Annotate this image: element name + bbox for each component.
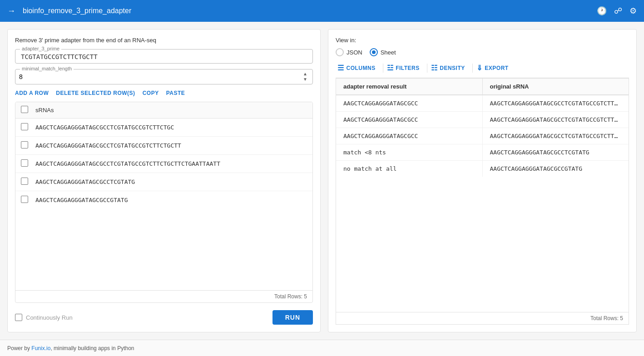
result-cell-col2-3: AAGCTCAGGAGGGATAGCGCCTCGTATG bbox=[483, 144, 629, 160]
json-radio-circle[interactable] bbox=[336, 48, 344, 56]
sheet-option[interactable]: Sheet bbox=[370, 48, 396, 56]
add-row-button[interactable]: ADD A ROW bbox=[15, 90, 49, 96]
density-icon: ☷ bbox=[431, 64, 438, 72]
header-checkbox[interactable] bbox=[21, 106, 28, 113]
filters-label: FILTERS bbox=[396, 65, 420, 71]
row-value-4: AAGCTCAGGAGGGATAGCGCCGTATG bbox=[35, 197, 128, 203]
json-radio-label: JSON bbox=[347, 49, 362, 56]
row-checkbox-col bbox=[21, 178, 35, 186]
adapter-field-label: adapter_3_prime bbox=[20, 46, 61, 51]
paste-button[interactable]: PASTE bbox=[166, 90, 185, 96]
row-checkbox-2[interactable] bbox=[21, 159, 28, 167]
result-table-footer: Total Rows: 5 bbox=[336, 312, 629, 324]
toolbar-divider-3 bbox=[472, 64, 473, 73]
main-layout: Remove 3' prime adapter from the end of … bbox=[0, 22, 644, 340]
result-table-row: AAGCTCAGGAGGGATAGCGCC AAGCTCAGGAGGGATAGC… bbox=[336, 112, 629, 128]
panel-description: Remove 3' prime adapter from the end of … bbox=[15, 37, 313, 44]
copy-button[interactable]: COPY bbox=[143, 90, 159, 96]
result-table: adapter removal result original sRNA AAG… bbox=[336, 78, 629, 325]
result-table-row: no match at all AAGCTCAGGAGGGATAGCGCCGTA… bbox=[336, 161, 629, 177]
result-cell-col2-1: AAGCTCAGGAGGGATAGCGCCTCGTATGCCGTCTTCTGCT… bbox=[483, 112, 629, 128]
continuously-run-checkbox[interactable] bbox=[15, 314, 22, 321]
footer-text: Power by Funix.io, minimally building ap… bbox=[7, 345, 134, 351]
continuously-run: Continuously Run bbox=[15, 314, 73, 321]
continuously-run-label: Continuously Run bbox=[26, 314, 73, 321]
row-checkbox-col bbox=[21, 123, 35, 132]
sheet-radio-circle[interactable] bbox=[370, 48, 378, 56]
row-value-3: AAGCTCAGGAGGGATAGCGCCTCGTATG bbox=[35, 178, 135, 185]
result-cell-col2-4: AAGCTCAGGAGGGATAGCGCCGTATG bbox=[483, 161, 629, 177]
run-button[interactable]: RUN bbox=[272, 310, 313, 325]
adapter-field-group: adapter_3_prime bbox=[15, 49, 313, 64]
view-toggle: JSON Sheet bbox=[336, 48, 629, 56]
row-value-0: AAGCTCAGGAGGGATAGCGCCTCGTATGCCGTCTTCTGC bbox=[35, 124, 174, 131]
run-section: Continuously Run RUN bbox=[15, 308, 313, 325]
view-label: View in: bbox=[336, 37, 629, 44]
funix-link[interactable]: Funix.io bbox=[31, 345, 50, 351]
result-cell-col1-3: match <8 nts bbox=[336, 144, 483, 160]
result-toolbar: ☰ COLUMNS ☳ FILTERS ☷ DENSITY ⇓ EXPORT bbox=[336, 62, 629, 78]
row-checkbox-3[interactable] bbox=[21, 178, 28, 185]
result-table-row: AAGCTCAGGAGGGATAGCGCC AAGCTCAGGAGGGATAGC… bbox=[336, 95, 629, 112]
density-button[interactable]: ☷ DENSITY bbox=[429, 62, 471, 74]
columns-button[interactable]: ☰ COLUMNS bbox=[336, 62, 381, 74]
result-cell-col2-0: AAGCTCAGGAGGGATAGCGCCTCGTATGCCGTCTTCTGC bbox=[483, 95, 629, 111]
min-match-input[interactable] bbox=[19, 73, 302, 80]
min-match-label: minimal_match_length bbox=[20, 66, 74, 71]
result-cell-col1-0: AAGCTCAGGAGGGATAGCGCC bbox=[336, 95, 483, 111]
table-row: AAGCTCAGGAGGGATAGCGCCTCGTATGCCGTCTTCTGC bbox=[15, 119, 312, 137]
result-table-body: AAGCTCAGGAGGGATAGCGCC AAGCTCAGGAGGGATAGC… bbox=[336, 95, 629, 312]
settings-icon[interactable]: ⚙ bbox=[629, 6, 637, 16]
result-cell-col1-1: AAGCTCAGGAGGGATAGCGCC bbox=[336, 112, 483, 128]
result-table-row: match <8 nts AAGCTCAGGAGGGATAGCGCCTCGTAT… bbox=[336, 144, 629, 161]
density-label: DENSITY bbox=[440, 65, 465, 71]
json-option[interactable]: JSON bbox=[336, 48, 362, 56]
delete-rows-button[interactable]: DELETE SELECTED ROW(S) bbox=[56, 90, 135, 96]
row-value-1: AAGCTCAGGAGGGATAGCGCCTCGTATGCCGTCTTCTGCT… bbox=[35, 142, 181, 149]
row-checkbox-4[interactable] bbox=[21, 196, 28, 203]
row-checkbox-col bbox=[21, 159, 35, 168]
input-table: sRNAs AAGCTCAGGAGGGATAGCGCCTCGTATGCCGTCT… bbox=[15, 102, 313, 303]
col-header-original: original sRNA bbox=[483, 79, 629, 94]
result-cell-col1-2: AAGCTCAGGAGGGATAGCGCC bbox=[336, 128, 483, 144]
back-icon[interactable]: → bbox=[7, 6, 15, 16]
topbar: → bioinfo_remove_3_prime_adapter 🕐 ☍ ⚙ bbox=[0, 0, 644, 22]
row-checkbox-0[interactable] bbox=[21, 123, 28, 130]
table-row: AAGCTCAGGAGGGATAGCGCCTCGTATGCCGTCTTCTGCT… bbox=[15, 155, 312, 173]
columns-icon: ☰ bbox=[337, 64, 344, 72]
table-row: AAGCTCAGGAGGGATAGCGCCTCGTATGCCGTCTTCTGCT… bbox=[15, 137, 312, 155]
export-label: EXPORT bbox=[485, 65, 508, 71]
adapter-input[interactable] bbox=[21, 53, 307, 60]
spin-up-button[interactable]: ▲ bbox=[302, 71, 309, 77]
sheet-radio-label: Sheet bbox=[381, 49, 396, 56]
history-icon[interactable]: 🕐 bbox=[597, 6, 607, 16]
row-checkbox-col bbox=[21, 196, 35, 204]
result-table-header: adapter removal result original sRNA bbox=[336, 79, 629, 95]
chat-icon[interactable]: ☍ bbox=[614, 6, 622, 16]
table-row: AAGCTCAGGAGGGATAGCGCCTCGTATG bbox=[15, 173, 312, 191]
row-checkbox-1[interactable] bbox=[21, 141, 28, 148]
footer: Power by Funix.io, minimally building ap… bbox=[0, 340, 644, 356]
columns-label: COLUMNS bbox=[347, 65, 376, 71]
min-match-field-group: minimal_match_length ▲ ▼ bbox=[15, 69, 313, 84]
srna-column-header: sRNAs bbox=[35, 107, 54, 114]
toolbar-divider-1 bbox=[383, 64, 383, 73]
filters-icon: ☳ bbox=[387, 64, 394, 72]
filters-button[interactable]: ☳ FILTERS bbox=[385, 62, 425, 74]
left-panel: Remove 3' prime adapter from the end of … bbox=[7, 29, 321, 332]
topbar-actions: 🕐 ☍ ⚙ bbox=[597, 6, 637, 16]
spinner: ▲ ▼ bbox=[302, 71, 309, 82]
result-table-row: AAGCTCAGGAGGGATAGCGCC AAGCTCAGGAGGGATAGC… bbox=[336, 128, 629, 144]
table-controls: ADD A ROW DELETE SELECTED ROW(S) COPY PA… bbox=[15, 90, 313, 96]
row-checkbox-col bbox=[21, 141, 35, 150]
spin-down-button[interactable]: ▼ bbox=[302, 77, 309, 82]
number-input-wrap: ▲ ▼ bbox=[19, 71, 309, 82]
export-button[interactable]: ⇓ EXPORT bbox=[475, 62, 514, 74]
sheet-radio-dot bbox=[372, 50, 376, 54]
right-panel: View in: JSON Sheet ☰ COLUMNS ☳ FILTE bbox=[328, 29, 637, 332]
table-row: AAGCTCAGGAGGGATAGCGCCGTATG bbox=[15, 191, 312, 209]
app-title: bioinfo_remove_3_prime_adapter bbox=[23, 7, 590, 15]
result-cell-col1-4: no match at all bbox=[336, 161, 483, 177]
input-table-body: AAGCTCAGGAGGGATAGCGCCTCGTATGCCGTCTTCTGC … bbox=[15, 119, 312, 290]
col-header-result: adapter removal result bbox=[336, 79, 483, 94]
